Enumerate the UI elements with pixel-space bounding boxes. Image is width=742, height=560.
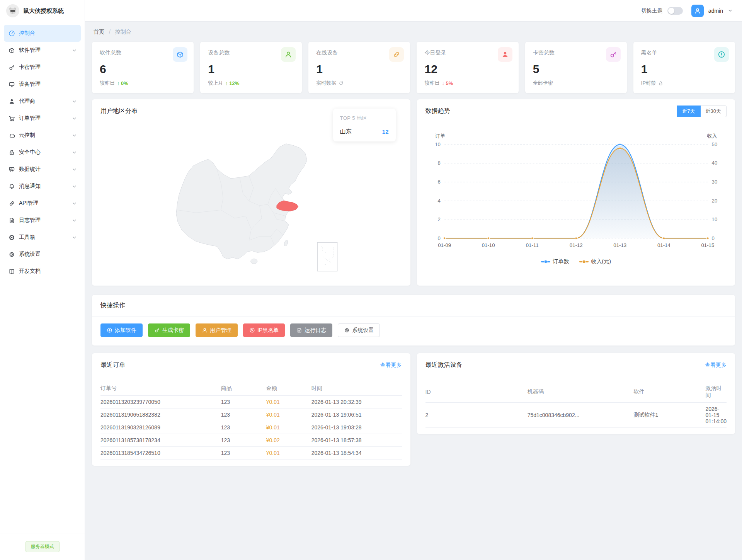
device-machine-cell: 75d1c008346cb902... (528, 403, 634, 428)
sidebar-item[interactable]: 工具箱 (4, 229, 81, 246)
quick-action-button[interactable]: 生成卡密 (148, 323, 190, 337)
quick-actions-header: 快捷操作 (92, 295, 735, 317)
plus-circle-icon (107, 327, 112, 333)
sidebar-item[interactable]: 开发文档 (4, 263, 81, 280)
stats-row: 软件总数 6 较昨日 ↑ 0% 设备总数 1 (92, 42, 735, 93)
table-row: 20260113185434726510 123 ¥0.01 2026-01-1… (100, 447, 402, 460)
key-icon (606, 47, 621, 62)
devices-more-link[interactable]: 查看更多 (705, 362, 727, 369)
toggle-knob (668, 8, 674, 14)
orders-column-header: 金额 (266, 381, 311, 396)
sidebar-item[interactable]: 消息通知 (4, 178, 81, 195)
legend-item[interactable]: 收入(元) (579, 258, 611, 265)
quick-action-label: 系统设置 (352, 327, 374, 334)
bell-icon (9, 183, 15, 190)
sidebar-item[interactable]: 系统设置 (4, 246, 81, 263)
recent-devices-panel: 最近激活设备 查看更多 ID机器码软件激活时间 (417, 353, 735, 434)
sidebar-item-label: 设备管理 (19, 81, 77, 88)
sidebar-item-label: 日志管理 (19, 217, 72, 224)
recent-orders-table: 订单号商品金额时间 20260113203239770050 123 ¥0.01… (100, 381, 402, 460)
chevron-down-icon[interactable] (728, 8, 733, 13)
package-icon (9, 47, 15, 54)
breadcrumb-home[interactable]: 首页 (94, 29, 104, 35)
cloud-icon (9, 132, 15, 139)
orders-column-header: 商品 (221, 381, 266, 396)
sidebar-item[interactable]: 云控制 (4, 127, 81, 144)
quick-action-label: 添加软件 (115, 327, 136, 334)
trend-panel-title: 数据趋势 (425, 107, 450, 115)
devices-body: 2 75d1c008346cb902... 测试软件1 2026-01-15 0… (425, 403, 727, 428)
sidebar-item-label: API管理 (19, 200, 72, 207)
table-row: 20260113185738178234 123 ¥0.02 2026-01-1… (100, 434, 402, 447)
region-map-panel: 用户地区分布 (92, 99, 410, 286)
sidebar-item-label: 消息通知 (19, 183, 72, 190)
agent-icon (9, 98, 15, 105)
order-time-cell: 2026-01-13 18:57:38 (311, 434, 402, 447)
sidebar-item-label: 代理商 (19, 98, 72, 105)
stat-delta: ↑ 0% (117, 80, 128, 86)
user-filled-icon (498, 47, 512, 62)
table-row: 20260113203239770050 123 ¥0.01 2026-01-1… (100, 396, 402, 409)
app-root: 鼠大侠授权系统 控制台 软件管理 (0, 0, 742, 560)
quick-action-label: 用户管理 (210, 327, 231, 334)
sidebar-item[interactable]: 软件管理 (4, 42, 81, 59)
sidebar-item-label: 工具箱 (19, 234, 72, 241)
range-button-group: 近7天 近30天 (677, 106, 727, 117)
sidebar-item[interactable]: 设备管理 (4, 76, 81, 93)
theme-toggle[interactable] (667, 7, 683, 15)
quick-action-button[interactable]: 系统设置 (338, 323, 380, 337)
map-inset-south-china-sea (317, 242, 337, 271)
sidebar-item-label: 数据统计 (19, 166, 72, 173)
topbar: 切换主题 admin (85, 0, 742, 22)
orders-more-link[interactable]: 查看更多 (380, 362, 402, 369)
order-id-cell: 20260113185738178234 (100, 434, 221, 447)
breadcrumb: 首页 / 控制台 (94, 29, 733, 36)
stat-sub-label: 较昨日 (100, 80, 115, 87)
package-icon (173, 47, 187, 62)
quick-action-button[interactable]: 添加软件 (100, 323, 143, 337)
trend-panel-header: 数据趋势 近7天 近30天 (417, 99, 735, 123)
svg-text:4: 4 (437, 198, 440, 204)
sidebar-item[interactable]: API管理 (4, 195, 81, 212)
svg-text:01-13: 01-13 (613, 242, 626, 248)
range-button[interactable]: 近7天 (677, 106, 700, 117)
region-value: 12 (382, 128, 389, 135)
map-panel-title: 用户地区分布 (100, 107, 138, 115)
username[interactable]: admin (708, 8, 723, 14)
legend-item[interactable]: 订单数 (541, 258, 569, 265)
settings-icon (9, 251, 15, 258)
quick-action-button[interactable]: IP黑名单 (243, 323, 285, 337)
stat-sub-label: IP封禁 (641, 80, 656, 87)
order-time-cell: 2026-01-13 19:06:51 (311, 409, 402, 421)
sidebar-item[interactable]: 数据统计 (4, 161, 81, 178)
user-avatar[interactable] (691, 5, 704, 17)
top-regions-title: TOP 5 地区 (340, 115, 389, 122)
quick-action-button[interactable]: 运行日志 (290, 323, 332, 337)
content: 首页 / 控制台 软件总数 6 较昨日 ↑ 0% (85, 22, 742, 472)
sidebar-item[interactable]: 代理商 (4, 93, 81, 110)
order-product-cell: 123 (221, 447, 266, 460)
order-id-cell: 20260113185434726510 (100, 447, 221, 460)
chevron-down-icon (72, 133, 77, 138)
sidebar-item[interactable]: 安全中心 (4, 144, 81, 161)
sidebar-item[interactable]: 订单管理 (4, 110, 81, 127)
stat-subline: IP封禁 (641, 80, 727, 87)
order-time-cell: 2026-01-13 18:54:34 (311, 447, 402, 460)
chevron-down-icon (72, 184, 77, 189)
order-id-cell: 20260113190328126089 (100, 421, 221, 434)
sidebar-item[interactable]: 控制台 (4, 25, 81, 42)
devices-column-header: 软件 (634, 381, 706, 403)
quick-action-button[interactable]: 用户管理 (196, 323, 238, 337)
range-button[interactable]: 近30天 (701, 106, 727, 117)
docs-icon (9, 268, 15, 275)
order-product-cell: 123 (221, 434, 266, 447)
quick-action-label: 运行日志 (305, 327, 326, 334)
sidebar-item[interactable]: 卡密管理 (4, 59, 81, 76)
sidebar-item-label: 订单管理 (19, 115, 72, 122)
svg-text:01-10: 01-10 (482, 242, 495, 248)
key-icon (154, 327, 160, 333)
sidebar-item[interactable]: 日志管理 (4, 212, 81, 229)
stat-value: 1 (641, 63, 727, 76)
order-time-cell: 2026-01-13 20:32:39 (311, 396, 402, 409)
stat-card: 今日登录 12 较昨日 ↓ 5% (417, 42, 518, 93)
